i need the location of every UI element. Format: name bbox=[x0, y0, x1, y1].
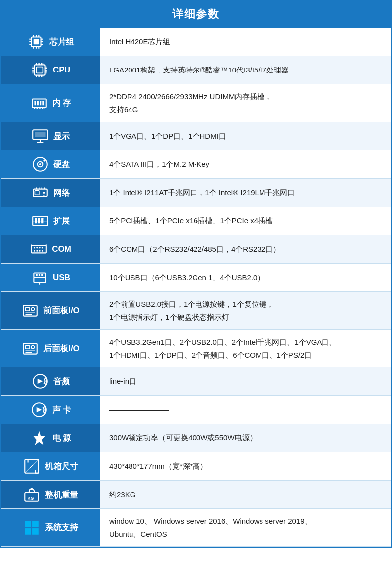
specs-container: 详细参数 芯片组Intel H420E芯片组 bbox=[0, 0, 392, 548]
svg-rect-111 bbox=[32, 528, 39, 535]
chipset-icon bbox=[27, 33, 45, 51]
svg-rect-56 bbox=[33, 189, 47, 197]
page-title: 详细参数 bbox=[1, 1, 391, 28]
row-label: 机箱尺寸 bbox=[45, 461, 78, 472]
row-label: 扩展 bbox=[53, 216, 70, 227]
icon-cell-power: 电 源 bbox=[1, 424, 100, 452]
icon-cell-rear-panel: 后面板I/O bbox=[1, 330, 100, 367]
svg-rect-1 bbox=[33, 39, 39, 45]
usb-icon bbox=[31, 269, 49, 287]
svg-rect-40 bbox=[42, 101, 44, 105]
value-cell-soundcard: ———————— bbox=[100, 396, 391, 424]
svg-line-104 bbox=[30, 465, 33, 468]
table-row: 系统支持window 10、 Windows server 2016、Windo… bbox=[1, 509, 391, 547]
table-row: CPULGA2001构架，支持英特尔®酷睿™10代I3/I5/I7处理器 bbox=[1, 56, 391, 84]
svg-rect-93 bbox=[26, 345, 30, 348]
table-row: 网络1个 Intel® I211AT千兆网口，1个 Intel® I219LM千… bbox=[1, 179, 391, 207]
svg-rect-85 bbox=[41, 274, 43, 276]
svg-rect-57 bbox=[35, 191, 39, 195]
row-label: COM bbox=[52, 244, 71, 254]
front-panel-icon bbox=[21, 302, 39, 320]
svg-rect-38 bbox=[37, 101, 38, 105]
os-icon bbox=[23, 519, 41, 537]
table-row: 电 源300W额定功率（可更换400W或550W电源） bbox=[1, 424, 391, 452]
value-cell-os: window 10、 Windows server 2016、Windows s… bbox=[100, 509, 391, 547]
value-cell-display: 1个VGA口、1个DP口、1个HDMI口 bbox=[100, 122, 391, 150]
svg-point-94 bbox=[31, 345, 34, 348]
value-cell-power: 300W额定功率（可更换400W或550W电源） bbox=[100, 424, 391, 452]
svg-point-70 bbox=[34, 247, 35, 248]
svg-rect-88 bbox=[26, 307, 30, 310]
value-cell-network: 1个 Intel® I211AT千兆网口，1个 Intel® I219LM千兆网… bbox=[100, 179, 391, 207]
svg-rect-36 bbox=[32, 99, 46, 107]
memory-icon bbox=[30, 94, 48, 112]
svg-rect-37 bbox=[34, 101, 36, 105]
value-cell-storage: 4个SATA III口，1个M.2 M-Key bbox=[100, 150, 391, 179]
row-label: 后面板I/O bbox=[43, 343, 80, 354]
icon-cell-com: COM bbox=[1, 235, 100, 264]
weight-icon: KG bbox=[23, 486, 41, 504]
table-row: 扩展5个PCI插槽、1个PCIe x16插槽、1个PCIe x4插槽 bbox=[1, 207, 391, 235]
svg-point-74 bbox=[34, 250, 35, 252]
table-row: 机箱尺寸430*480*177mm（宽*深*高） bbox=[1, 452, 391, 481]
svg-point-76 bbox=[39, 250, 41, 252]
icon-cell-network: 网络 bbox=[1, 179, 100, 207]
display-icon bbox=[31, 127, 49, 145]
svg-marker-100 bbox=[36, 407, 42, 413]
row-label: 电 源 bbox=[52, 433, 71, 444]
network-icon bbox=[31, 184, 49, 202]
svg-point-89 bbox=[31, 307, 34, 310]
svg-text:KG: KG bbox=[28, 496, 34, 501]
table-row: COM6个COM口（2个RS232/422/485口，4个RS232口） bbox=[1, 235, 391, 264]
soundcard-icon bbox=[30, 401, 48, 419]
icon-cell-os: 系统支持 bbox=[1, 509, 100, 547]
svg-point-54 bbox=[39, 163, 41, 165]
svg-rect-66 bbox=[38, 218, 40, 224]
table-row: 音频line-in口 bbox=[1, 367, 391, 396]
value-cell-dimensions: 430*480*177mm（宽*深*高） bbox=[100, 452, 391, 481]
svg-rect-109 bbox=[32, 521, 39, 527]
row-label: 内 存 bbox=[52, 97, 71, 109]
value-cell-rear-panel: 4个USB3.2Gen1口、2个USB2.0口、2个Intel千兆网口、1个VG… bbox=[100, 330, 391, 367]
svg-point-77 bbox=[42, 250, 43, 252]
icon-cell-usb: USB bbox=[1, 264, 100, 292]
icon-cell-dimensions: 机箱尺寸 bbox=[1, 452, 100, 481]
value-cell-expansion: 5个PCI插槽、1个PCIe x16插槽、1个PCIe x4插槽 bbox=[100, 207, 391, 235]
svg-rect-67 bbox=[41, 218, 43, 224]
value-cell-chipset: Intel H420E芯片组 bbox=[100, 28, 391, 56]
table-row: 后面板I/O4个USB3.2Gen1口、2个USB2.0口、2个Intel千兆网… bbox=[1, 330, 391, 367]
value-cell-memory: 2*DDR4 2400/2666/2933MHz UDIMM内存插槽， 支持64… bbox=[100, 84, 391, 122]
svg-point-72 bbox=[39, 247, 41, 248]
dimensions-icon bbox=[23, 457, 41, 475]
svg-rect-83 bbox=[36, 274, 38, 276]
svg-rect-39 bbox=[40, 101, 41, 105]
table-row: 显示1个VGA口、1个DP口、1个HDMI口 bbox=[1, 122, 391, 150]
svg-point-62 bbox=[43, 192, 45, 194]
table-row: 前面板I/O2个前置USB2.0接口，1个电源按键，1个复位键， 1个电源指示灯… bbox=[1, 292, 391, 330]
icon-cell-audio: 音频 bbox=[1, 367, 100, 396]
svg-rect-80 bbox=[34, 277, 45, 283]
row-label: 音频 bbox=[53, 376, 70, 387]
icon-cell-expansion: 扩展 bbox=[1, 207, 100, 235]
row-label: USB bbox=[53, 273, 70, 283]
row-label: 前面板I/O bbox=[43, 305, 80, 316]
svg-point-73 bbox=[42, 247, 43, 248]
icon-cell-soundcard: 声 卡 bbox=[1, 396, 100, 424]
svg-rect-65 bbox=[35, 218, 37, 224]
row-label: 显示 bbox=[53, 131, 70, 142]
table-row: USB10个USB口（6个USB3.2Gen 1、4个USB2.0） bbox=[1, 264, 391, 292]
expansion-icon bbox=[31, 212, 49, 230]
value-cell-usb: 10个USB口（6个USB3.2Gen 1、4个USB2.0） bbox=[100, 264, 391, 292]
rear-panel-icon bbox=[21, 340, 39, 358]
row-label: 声 卡 bbox=[52, 404, 71, 416]
value-cell-com: 6个COM口（2个RS232/422/485口，4个RS232口） bbox=[100, 235, 391, 264]
svg-marker-98 bbox=[38, 379, 43, 384]
table-row: 声 卡———————— bbox=[1, 396, 391, 424]
row-label: 系统支持 bbox=[45, 522, 78, 533]
row-label: CPU bbox=[53, 65, 70, 75]
cpu-icon bbox=[31, 61, 49, 79]
value-cell-front-panel: 2个前置USB2.0接口，1个电源按键，1个复位键， 1个电源指示灯，1个硬盘状… bbox=[100, 292, 391, 330]
svg-rect-15 bbox=[37, 67, 43, 73]
icon-cell-front-panel: 前面板I/O bbox=[1, 292, 100, 330]
svg-point-63 bbox=[43, 195, 44, 196]
